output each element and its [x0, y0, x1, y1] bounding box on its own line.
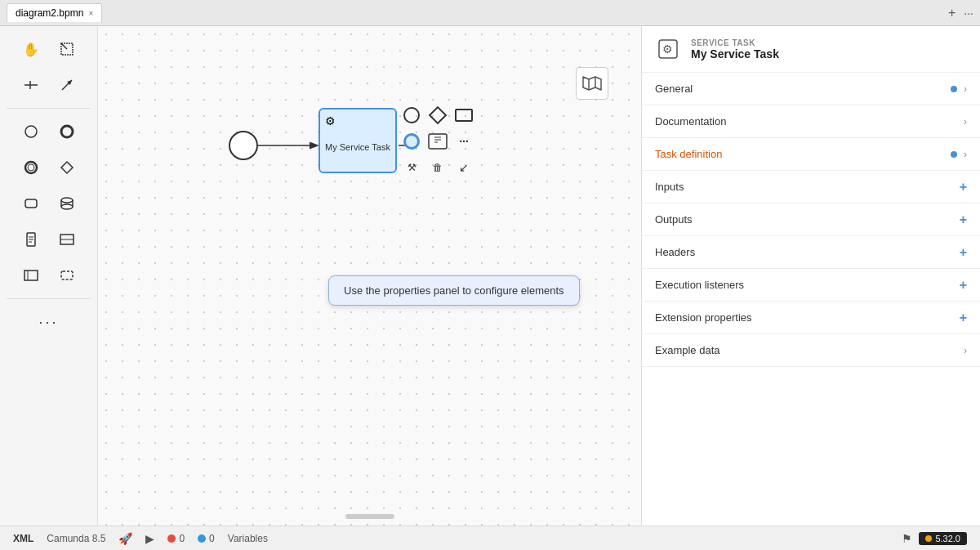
map-view-button[interactable]: [576, 67, 608, 100]
panel-section-documentation[interactable]: Documentation›: [642, 105, 980, 138]
start-event[interactable]: [229, 131, 258, 160]
diamond-tool[interactable]: [51, 151, 83, 184]
dashed-rect-tool[interactable]: [51, 259, 83, 292]
pick-rect[interactable]: [452, 104, 475, 127]
section-plus-extension-properties[interactable]: +: [960, 311, 967, 325]
panel-section-inputs[interactable]: Inputs+: [642, 171, 980, 203]
version-dot: [925, 535, 932, 542]
section-label-extension-properties: Extension properties: [655, 311, 960, 324]
panel-section-general[interactable]: General›: [642, 73, 980, 105]
doc-tool[interactable]: [15, 223, 47, 256]
info-count: 0: [209, 533, 215, 544]
tooltip-text: Use the properties panel to configure el…: [344, 284, 564, 297]
svg-rect-22: [24, 271, 38, 280]
add-tab-button[interactable]: +: [948, 6, 956, 20]
deploy-icon[interactable]: 🚀: [118, 532, 132, 545]
diagram-tab[interactable]: diagram2.bpmn ×: [7, 3, 102, 22]
status-bar-right: ⚑ 5.32.0: [902, 532, 967, 545]
rounded-rect-tool[interactable]: [15, 187, 47, 220]
pool-tool[interactable]: [15, 259, 47, 292]
circle-empty-tool[interactable]: [15, 115, 47, 148]
section-label-general: General: [655, 83, 951, 95]
tab-close-button[interactable]: ×: [88, 9, 93, 18]
lane-tool[interactable]: [51, 223, 83, 256]
xml-button[interactable]: XML: [13, 533, 33, 544]
run-button[interactable]: ▶: [145, 532, 154, 545]
status-bar-left: XML Camunda 8.5 🚀 ▶ 0 0 Variables: [13, 532, 268, 545]
service-task-label: My Service Task: [325, 142, 390, 152]
section-label-task-definition: Task definition: [655, 148, 951, 160]
section-label-documentation: Documentation: [655, 115, 964, 127]
pick-delete[interactable]: 🗑: [426, 156, 449, 179]
panel-section-outputs[interactable]: Outputs+: [642, 203, 980, 236]
svg-point-7: [61, 126, 73, 137]
status-bar: XML Camunda 8.5 🚀 ▶ 0 0 Variables ⚑ 5.32…: [0, 525, 980, 550]
panel-section-execution-listeners[interactable]: Execution listeners+: [642, 269, 980, 302]
panel-header-info: SERVICE TASK My Service Task: [691, 38, 967, 60]
hand-tool[interactable]: ✋: [15, 33, 47, 65]
db-tool[interactable]: [51, 187, 83, 220]
pick-circle-selected[interactable]: [400, 130, 423, 153]
pick-diamond[interactable]: [426, 104, 449, 127]
pick-circle[interactable]: [400, 104, 423, 127]
map-icon: [582, 75, 602, 92]
pick-more[interactable]: ···: [452, 130, 475, 153]
shape-picker: ··· ⚒ 🗑 ↙: [400, 104, 475, 182]
error-indicator: 0: [167, 533, 185, 544]
main-area: ✋: [0, 26, 980, 525]
panel-header-type: SERVICE TASK: [691, 38, 967, 47]
section-actions-extension-properties: +: [960, 311, 967, 325]
variables-button[interactable]: Variables: [228, 533, 268, 544]
pick-wrench[interactable]: ⚒: [400, 156, 423, 179]
connect-tool[interactable]: [15, 69, 47, 101]
svg-point-9: [28, 164, 34, 171]
circle-shadow-tool[interactable]: [51, 115, 83, 148]
info-dot: [198, 534, 206, 543]
section-actions-outputs: +: [960, 212, 967, 227]
section-actions-inputs: +: [960, 180, 967, 195]
section-plus-outputs[interactable]: +: [960, 212, 967, 227]
section-plus-inputs[interactable]: +: [960, 180, 967, 195]
section-label-example-data: Example data: [655, 344, 964, 356]
panel-section-extension-properties[interactable]: Extension properties+: [642, 302, 980, 334]
tab-filename: diagram2.bpmn: [16, 7, 83, 19]
warning-button[interactable]: ⚑: [902, 532, 912, 545]
pick-arrow-down[interactable]: ↙: [452, 156, 475, 179]
section-actions-documentation: ›: [964, 116, 967, 127]
pick-task-type[interactable]: [426, 130, 449, 153]
service-task[interactable]: ⚙ My Service Task: [318, 108, 397, 173]
more-tools-button[interactable]: ···: [16, 306, 82, 338]
section-actions-headers: +: [960, 245, 967, 260]
section-label-inputs: Inputs: [655, 181, 960, 193]
svg-rect-11: [25, 199, 37, 208]
svg-marker-10: [61, 162, 73, 173]
section-plus-headers[interactable]: +: [960, 245, 967, 260]
svg-point-15: [61, 204, 73, 209]
properties-panel: ⚙ SERVICE TASK My Service Task General›D…: [641, 26, 980, 525]
panel-section-headers[interactable]: Headers+: [642, 236, 980, 269]
version-label: 5.32.0: [935, 534, 960, 543]
error-dot: [167, 534, 176, 543]
svg-point-6: [25, 126, 37, 137]
section-chevron-general: ›: [964, 83, 967, 95]
panel-header: ⚙ SERVICE TASK My Service Task: [642, 26, 980, 73]
circle-bold-tool[interactable]: [15, 151, 47, 184]
canvas-scrollbar[interactable]: [345, 514, 394, 519]
section-plus-execution-listeners[interactable]: +: [960, 278, 967, 293]
panel-section-task-definition[interactable]: Task definition›: [642, 138, 980, 171]
tooltip-balloon: Use the properties panel to configure el…: [328, 275, 580, 306]
panel-section-example-data[interactable]: Example data›: [642, 334, 980, 367]
lasso-tool[interactable]: [51, 33, 83, 65]
version-badge: 5.32.0: [919, 532, 967, 545]
info-indicator: 0: [198, 533, 215, 544]
bpmn-canvas[interactable]: ⚙ My Service Task ···: [98, 26, 641, 525]
arrow-tool[interactable]: [51, 69, 83, 101]
svg-line-1: [61, 43, 67, 49]
panel-header-icon: ⚙: [655, 36, 681, 62]
section-dot-task-definition: [951, 151, 957, 158]
panel-sections: General›Documentation›Task definition›In…: [642, 73, 980, 367]
more-tabs-button[interactable]: ···: [964, 7, 973, 20]
svg-rect-24: [61, 271, 73, 279]
section-actions-task-definition: ›: [951, 149, 967, 160]
error-count: 0: [179, 533, 185, 544]
